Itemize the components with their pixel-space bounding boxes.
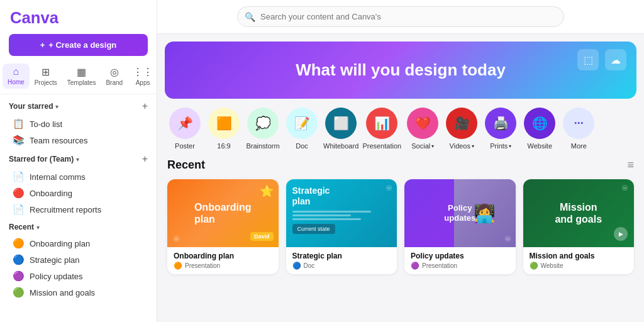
sidebar-item-templates[interactable]: ▦ Templates	[62, 64, 101, 89]
sidebar-item-policy-updates[interactable]: 🟣 Policy updates	[9, 268, 148, 284]
team-resources-icon: 📚	[13, 135, 25, 146]
category-videos[interactable]: 🎥 Videos▾	[444, 108, 479, 150]
card-mission-title: Mission and goals	[530, 252, 628, 260]
plus-icon: +	[40, 40, 45, 50]
brainstorm-icon: 💭	[247, 108, 279, 139]
sidebar-item-brand[interactable]: ◎ Brand	[101, 64, 128, 89]
brand-icon: ◎	[110, 66, 119, 78]
sidebar-item-projects[interactable]: ⊞ Projects	[30, 64, 62, 89]
policy-left: Policyupdates	[404, 197, 516, 229]
sidebar-logo: Canva	[0, 0, 157, 34]
more-label: More	[571, 142, 587, 150]
mission-goals-label: Mission and goals	[30, 288, 95, 297]
recruitment-icon: 📄	[13, 204, 25, 215]
starred-team-label: Starred for (Team)	[9, 155, 74, 164]
website-label: Website	[527, 142, 552, 150]
brand-label: Brand	[106, 79, 123, 86]
onboarding-icon: 🔴	[13, 187, 25, 199]
projects-label: Projects	[35, 79, 57, 86]
card-strategic-plan[interactable]: Strategicplan Current state ⓦ Strategic …	[286, 179, 397, 274]
sidebar-item-apps[interactable]: ⋮⋮ Apps	[128, 64, 157, 89]
card-onboarding-thumbnail: Onboardingplan ⭐ David ⓦ	[167, 179, 279, 247]
onboarding-type: Presentation	[185, 262, 220, 269]
starred-team-header[interactable]: Starred for (Team) ▾ +	[9, 153, 148, 165]
card-strategic-title: Strategic plan	[292, 252, 391, 260]
sidebar-item-strategic-plan[interactable]: 🔵 Strategic plan	[9, 252, 148, 268]
card-strategic-info: Strategic plan 🔵 Doc	[286, 247, 397, 274]
mission-type-icon: 🟢	[530, 262, 538, 270]
category-more[interactable]: ··· More	[561, 108, 596, 150]
starred-section-header[interactable]: Your starred ▾ +	[9, 101, 148, 112]
social-chevron-icon: ▾	[431, 143, 434, 149]
card-strategic-meta: 🔵 Doc	[292, 262, 391, 270]
strategic-type-icon: 🔵	[292, 262, 301, 270]
mission-play-button[interactable]: ▶	[614, 227, 628, 241]
todo-icon: 📋	[13, 118, 25, 130]
sidebar-item-todo[interactable]: 📋 To-do list	[9, 116, 148, 132]
card-policy-title: Policy updates	[411, 252, 509, 260]
sidebar-nav-icons: ⌂ Home ⊞ Projects ▦ Templates ◎ Brand ⋮⋮…	[0, 64, 157, 94]
category-prints[interactable]: 🖨️ Prints▾	[483, 108, 518, 150]
policy-updates-label: Policy updates	[30, 272, 83, 281]
list-view-icon[interactable]: ≡	[627, 158, 634, 172]
prints-chevron-icon: ▾	[509, 143, 511, 149]
mission-type: Website	[541, 262, 564, 269]
whiteboard-label: Whiteboard	[323, 142, 358, 150]
apps-icon: ⋮⋮	[133, 66, 153, 78]
sidebar-item-onboarding[interactable]: 🔴 Onboarding	[9, 185, 148, 201]
hero-action-frame-button[interactable]: ⬚	[577, 49, 599, 70]
website-icon: 🌐	[524, 108, 555, 139]
mission-thumb-text: Missionand goals	[555, 201, 602, 225]
star-badge-icon: ⭐	[260, 184, 274, 198]
policy-updates-icon: 🟣	[13, 270, 25, 282]
sidebar-item-internal-comms[interactable]: 📄 Internal comms	[9, 169, 148, 185]
recent-sidebar-label: Recent	[9, 223, 34, 231]
presentation-icon: 📊	[366, 108, 397, 139]
starred-team-section: Starred for (Team) ▾ + 📄 Internal comms …	[0, 153, 157, 223]
card-mission-thumbnail: Missionand goals ⓦ ▶	[523, 179, 635, 247]
policy-type-icon: 🟣	[411, 262, 419, 270]
prints-icon: 🖨️	[485, 108, 516, 139]
category-brainstorm[interactable]: 💭 Brainstorm	[245, 108, 280, 150]
category-poster[interactable]: 📌 Poster	[167, 108, 203, 150]
starred-chevron-icon: ▾	[55, 103, 58, 110]
recent-sidebar-header[interactable]: Recent ▾	[9, 223, 148, 231]
category-whiteboard[interactable]: ⬜ Whiteboard	[323, 108, 358, 150]
category-social[interactable]: ❤️ Social▾	[405, 108, 440, 150]
card-policy-updates[interactable]: Policyupdates 👩‍💻 ⓦ Policy updates 🟣 Pre…	[404, 179, 516, 274]
sidebar-item-recruitment[interactable]: 📄 Recruitment reports	[9, 201, 148, 218]
strategic-thumb-lines	[292, 211, 391, 220]
onboarding-plan-label: Onboarding plan	[30, 239, 90, 248]
category-website[interactable]: 🌐 Website	[522, 108, 557, 150]
videos-label: Videos▾	[450, 142, 474, 150]
card-onboarding-title: Onboarding plan	[174, 252, 272, 260]
169-icon: 🟧	[208, 108, 240, 139]
card-policy-meta: 🟣 Presentation	[411, 262, 509, 270]
whiteboard-icon: ⬜	[325, 108, 357, 139]
card-mission-meta: 🟢 Website	[530, 262, 628, 270]
projects-icon: ⊞	[42, 66, 50, 78]
hero-action-cloud-button[interactable]: ☁	[605, 49, 626, 70]
search-input[interactable]	[237, 6, 564, 27]
create-button-label: + Create a design	[48, 40, 116, 50]
create-design-button[interactable]: + + Create a design	[9, 34, 148, 56]
card-onboarding-plan[interactable]: Onboardingplan ⭐ David ⓦ Onboarding plan…	[167, 179, 279, 274]
starred-add-icon[interactable]: +	[142, 101, 148, 112]
starred-team-add-icon[interactable]: +	[142, 153, 148, 165]
category-presentation[interactable]: 📊 Presentation	[362, 108, 401, 150]
sidebar: Canva + + Create a design ⌂ Home ⊞ Proje…	[0, 0, 157, 322]
recent-sidebar-chevron-icon: ▾	[36, 224, 40, 231]
strategic-plan-icon: 🔵	[13, 254, 25, 265]
starred-section: Your starred ▾ + 📋 To-do list 📚 Team res…	[0, 101, 157, 153]
search-container: 🔍	[237, 6, 564, 27]
sidebar-item-team-resources[interactable]: 📚 Team resources	[9, 132, 148, 148]
sidebar-item-home[interactable]: ⌂ Home	[3, 64, 30, 89]
card-mission-goals[interactable]: Missionand goals ⓦ ▶ Mission and goals 🟢…	[523, 179, 635, 274]
category-doc[interactable]: 📝 Doc	[284, 108, 319, 150]
policy-canva-icon: ⓦ	[505, 235, 511, 243]
sidebar-item-mission-goals[interactable]: 🟢 Mission and goals	[9, 284, 148, 301]
category-169[interactable]: 🟧 16:9	[206, 108, 242, 150]
templates-icon: ▦	[77, 66, 86, 78]
sidebar-item-onboarding-plan[interactable]: 🟠 Onboarding plan	[9, 235, 148, 252]
doc-icon: 📝	[286, 108, 318, 139]
